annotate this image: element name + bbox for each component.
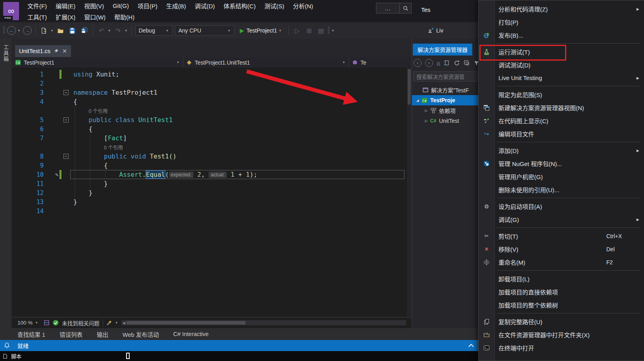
code-line[interactable]: 8 − public void Test1(): [12, 152, 412, 161]
fold-collapse-toggle[interactable]: −: [63, 90, 69, 95]
expanded-arrow-icon[interactable]: ◢: [414, 98, 421, 102]
code-line[interactable]: 3 − namespace TestProject1: [12, 88, 412, 97]
code-line[interactable]: 1 using Xunit;: [12, 70, 412, 79]
code-cleanup-broom-icon[interactable]: [106, 320, 113, 326]
hot-reload-button[interactable]: ▷: [292, 26, 302, 35]
search-overflow-dots[interactable]: ...: [376, 5, 399, 11]
code-line[interactable]: 12 }: [12, 188, 412, 197]
menubar-item-6[interactable]: 调试(D): [190, 0, 219, 11]
sync-with-active-document-icon[interactable]: [444, 60, 450, 66]
bottom-panel-tab-3[interactable]: Web 发布活动: [123, 330, 159, 338]
context-menu-item[interactable]: 管理 NuGet 程序包(N)...: [479, 157, 644, 170]
scroll-left-arrow-icon[interactable]: ◀: [121, 321, 126, 325]
vertical-scrollbar[interactable]: [407, 68, 412, 317]
code-line[interactable]: 14: [12, 206, 412, 216]
pin-icon[interactable]: [54, 49, 59, 53]
quick-search-box[interactable]: ...: [376, 3, 412, 13]
navigate-back-caret-icon[interactable]: ▼: [17, 29, 21, 32]
collapse-all-icon[interactable]: [464, 60, 470, 66]
split-window-icon[interactable]: [44, 320, 50, 326]
context-menu-item[interactable]: 加载项目的直接依赖项: [479, 285, 644, 298]
context-menu-item[interactable]: 限定为此范围(S): [479, 88, 644, 101]
scrollbar-thumb[interactable]: [408, 69, 411, 105]
context-menu-item[interactable]: 发布(B)...: [479, 29, 644, 42]
start-caret-icon[interactable]: ▼: [279, 29, 282, 32]
horizontal-scrollbar[interactable]: ◀: [121, 320, 406, 325]
fold-collapse-toggle[interactable]: −: [63, 117, 69, 122]
code-line[interactable]: 2: [12, 79, 412, 88]
context-menu-item[interactable]: 在终端中打开: [479, 341, 644, 354]
context-menu-item[interactable]: 分析和代码清理(Z) ▶: [479, 2, 644, 15]
context-menu-item[interactable]: 删除未使用的引用(U)...: [479, 183, 644, 196]
code-line[interactable]: 13 }: [12, 197, 412, 206]
toolbar-overflow-caret-icon[interactable]: ▼: [331, 29, 334, 32]
menubar-item-4[interactable]: 项目(P): [133, 0, 162, 11]
se-back-button[interactable]: ‹: [414, 59, 422, 67]
toolbar-drag-handle[interactable]: [3, 27, 5, 34]
context-menu-item[interactable]: × 移除(V) Del: [479, 243, 644, 256]
zoom-level-dropdown[interactable]: 100 % ▼: [15, 319, 40, 327]
code-line[interactable]: 6 {: [12, 124, 412, 134]
code-line[interactable]: 11 }: [12, 179, 412, 188]
code-line[interactable]: 10 ✎ Assert.Equal(expected: 2, actual: 1…: [12, 170, 412, 179]
menubar-item-5[interactable]: 生成(B): [162, 0, 190, 11]
codelens-reference-count[interactable]: 0 个引用: [89, 107, 108, 115]
undo-caret-icon[interactable]: ▼: [108, 29, 111, 32]
menubar-item-2[interactable]: 视图(V): [80, 0, 108, 11]
save-all-button[interactable]: [80, 26, 89, 35]
code-text-area[interactable]: 1 using Xunit; 2 3 − namespace TestProje…: [12, 68, 412, 317]
navbar-member-dropdown[interactable]: Te: [349, 57, 412, 68]
context-menu-item[interactable]: ⚙ 设为启动项目(A): [479, 200, 644, 213]
context-menu-item[interactable]: 打包(P): [479, 15, 644, 29]
redo-button[interactable]: ↷: [113, 26, 123, 35]
context-menu-item[interactable]: ↪ 编辑项目文件: [479, 127, 644, 140]
break-all-button[interactable]: ⊞: [304, 26, 314, 35]
menubar-row2-item-0[interactable]: 工具(T): [23, 11, 51, 22]
document-tab-unittest1[interactable]: UnitTest1.cs ✕: [15, 45, 71, 57]
code-line[interactable]: 9 {: [12, 161, 412, 170]
navbar-project-dropdown[interactable]: C# TestProject1 ▼: [12, 57, 183, 68]
menubar-row2-item-3[interactable]: 帮助(H): [110, 11, 139, 22]
undo-button[interactable]: ↶: [97, 26, 106, 35]
code-cleanup-caret-icon[interactable]: ▼: [115, 321, 118, 325]
code-line[interactable]: 7 [Fact]: [12, 134, 412, 143]
new-file-button[interactable]: [39, 26, 49, 35]
redo-caret-icon[interactable]: ▼: [125, 29, 128, 32]
expand-panel-chevron-icon[interactable]: [468, 344, 474, 348]
menubar-item-3[interactable]: Git(G): [108, 0, 133, 11]
save-button[interactable]: [68, 26, 77, 35]
show-output-button[interactable]: ▤: [316, 26, 326, 35]
context-menu-item[interactable]: 添加(D) ▶: [479, 144, 644, 157]
navigate-back-button[interactable]: ←: [7, 26, 16, 35]
document-health-check-icon[interactable]: [53, 320, 59, 326]
toolbox-vertical-tab[interactable]: 工具箱: [2, 44, 10, 62]
code-line[interactable]: 0 个引用: [12, 143, 412, 152]
context-menu-item[interactable]: 调试测试(D): [479, 58, 644, 71]
context-menu-item[interactable]: 调试(G) ▶: [479, 213, 644, 226]
menubar-row2-item-1[interactable]: 扩展(X): [51, 11, 80, 22]
navbar-type-dropdown[interactable]: TestProject1.UnitTest1 ▼: [183, 57, 349, 68]
context-menu-item[interactable]: 重命名(M) F2: [479, 256, 644, 269]
codelens-reference-count[interactable]: 0 个引用: [104, 143, 123, 151]
live-share-button[interactable]: Liv: [427, 27, 443, 34]
code-line[interactable]: 4 {: [12, 97, 412, 106]
bottom-panel-tab-4[interactable]: C# Interactive: [173, 331, 209, 337]
notifications-bell-icon[interactable]: [4, 342, 10, 348]
bottom-panel-tab-0[interactable]: 查找结果 1: [17, 330, 45, 338]
context-menu-item[interactable]: 复制完整路径(U): [479, 315, 644, 328]
context-menu-item[interactable]: 运行测试(T): [479, 45, 644, 58]
home-icon[interactable]: ⌂: [437, 60, 440, 67]
context-menu-item[interactable]: 加载项目的整个依赖树: [479, 298, 644, 311]
solution-configuration-dropdown[interactable]: Debug▼: [135, 25, 172, 36]
navigate-forward-button[interactable]: →: [23, 26, 32, 35]
collapsed-arrow-icon[interactable]: ▷: [423, 109, 429, 113]
code-line[interactable]: 5 − public class UnitTest1: [12, 115, 412, 124]
menubar-item-0[interactable]: 文件(F): [23, 0, 51, 11]
search-icon[interactable]: [399, 3, 411, 13]
menubar-item-9[interactable]: 分析(N): [289, 0, 318, 11]
fold-collapse-toggle[interactable]: −: [63, 154, 69, 159]
bottom-panel-tab-2[interactable]: 输出: [97, 330, 108, 338]
context-menu-item[interactable]: 新建解决方案资源管理器视图(N): [479, 101, 644, 114]
health-status-text[interactable]: 未找到相关问题: [62, 319, 100, 327]
context-menu-item[interactable]: 在文件资源管理器中打开文件夹(X): [479, 328, 644, 341]
